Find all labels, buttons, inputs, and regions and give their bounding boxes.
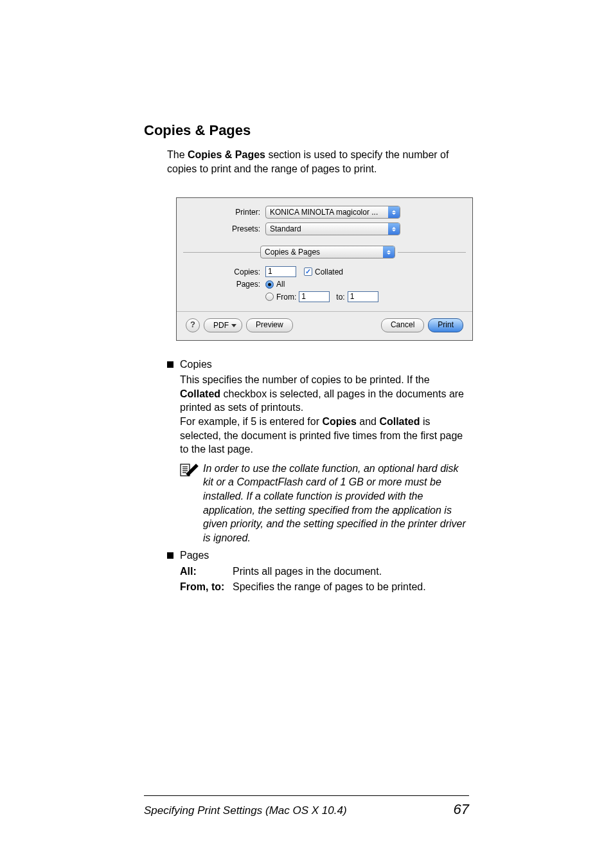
bold: Copies bbox=[322, 416, 356, 427]
print-button[interactable]: Print bbox=[428, 318, 463, 332]
dropdown-triangle-icon bbox=[231, 324, 236, 327]
colon: : bbox=[221, 581, 224, 592]
bullet-title-pages: Pages bbox=[180, 550, 209, 561]
pages-from-label: From: bbox=[276, 293, 296, 302]
pages-from-input[interactable]: 1 bbox=[299, 291, 330, 302]
txt: checkbox is selected, all pages in the d… bbox=[180, 388, 464, 413]
colon: : bbox=[193, 566, 196, 577]
intro-bold-1: Copies & Pages bbox=[188, 149, 265, 160]
collated-label: Collated bbox=[315, 267, 343, 276]
page-footer: Specifying Print Settings (Mac OS X 10.4… bbox=[144, 795, 469, 818]
note: In order to use the collate function, an… bbox=[167, 462, 469, 545]
select-arrow-icon bbox=[388, 223, 400, 235]
copies-description: This specifies the number of copies to b… bbox=[167, 373, 469, 457]
panel-select-value: Copies & Pages bbox=[261, 246, 383, 258]
txt: For example, if 5 is entered for bbox=[180, 416, 322, 427]
check-icon: ✓ bbox=[305, 268, 311, 275]
note-text: In order to use the collate function, an… bbox=[203, 462, 469, 545]
printer-label: Printer: bbox=[177, 208, 265, 217]
pages-to-input[interactable]: 1 bbox=[348, 291, 378, 302]
presets-select[interactable]: Standard bbox=[265, 222, 400, 235]
bullet-item-pages: Pages bbox=[167, 550, 469, 561]
bullet-title-copies: Copies bbox=[180, 359, 212, 370]
presets-label: Presets: bbox=[177, 224, 265, 233]
intro-text-1: The bbox=[167, 149, 188, 160]
bullet-square-icon bbox=[167, 361, 173, 368]
print-dialog: Printer: KONICA MINOLTA magicolor ... Pr… bbox=[176, 197, 473, 341]
pages-from-radio[interactable] bbox=[265, 293, 274, 301]
pages-label: Pages: bbox=[177, 280, 265, 289]
bold: Collated bbox=[180, 388, 220, 399]
pages-to-label: to: bbox=[336, 293, 344, 302]
def-row-fromto: From, to: Specifies the range of pages t… bbox=[180, 579, 469, 595]
bold: Collated bbox=[379, 416, 420, 427]
select-arrow-icon bbox=[388, 206, 400, 218]
pages-all-radio[interactable] bbox=[265, 280, 274, 289]
term-fromto: From, to bbox=[180, 581, 221, 592]
copies-input[interactable]: 1 bbox=[265, 266, 296, 277]
note-icon bbox=[180, 462, 203, 477]
preview-button[interactable]: Preview bbox=[246, 318, 293, 332]
def-fromto: Specifies the range of pages to be print… bbox=[233, 579, 469, 595]
printer-select-value: KONICA MINOLTA magicolor ... bbox=[266, 206, 388, 218]
presets-select-value: Standard bbox=[266, 223, 388, 235]
select-arrow-icon bbox=[383, 246, 395, 258]
copies-label: Copies: bbox=[177, 267, 265, 276]
pdf-button[interactable]: PDF bbox=[204, 318, 242, 332]
cancel-button[interactable]: Cancel bbox=[381, 318, 424, 332]
help-button[interactable]: ? bbox=[186, 318, 200, 332]
term-all: All bbox=[180, 566, 193, 577]
bullet-square-icon bbox=[167, 552, 173, 559]
section-title: Copies & Pages bbox=[144, 122, 469, 139]
collated-checkbox[interactable]: ✓ bbox=[304, 267, 312, 276]
pdf-button-label: PDF bbox=[213, 320, 229, 331]
bullet-item-copies: Copies bbox=[167, 359, 469, 370]
txt: and bbox=[357, 416, 380, 427]
def-all: Prints all pages in the document. bbox=[233, 564, 469, 579]
txt: This specifies the number of copies to b… bbox=[180, 374, 430, 385]
panel-select[interactable]: Copies & Pages bbox=[260, 246, 395, 258]
intro-paragraph: The Copies & Pages section is used to sp… bbox=[144, 148, 469, 176]
def-row-all: All: Prints all pages in the document. bbox=[180, 564, 469, 579]
pages-all-label: All bbox=[276, 280, 285, 289]
printer-select[interactable]: KONICA MINOLTA magicolor ... bbox=[265, 206, 400, 219]
footer-left: Specifying Print Settings (Mac OS X 10.4… bbox=[144, 804, 347, 817]
footer-page-number: 67 bbox=[454, 801, 469, 818]
